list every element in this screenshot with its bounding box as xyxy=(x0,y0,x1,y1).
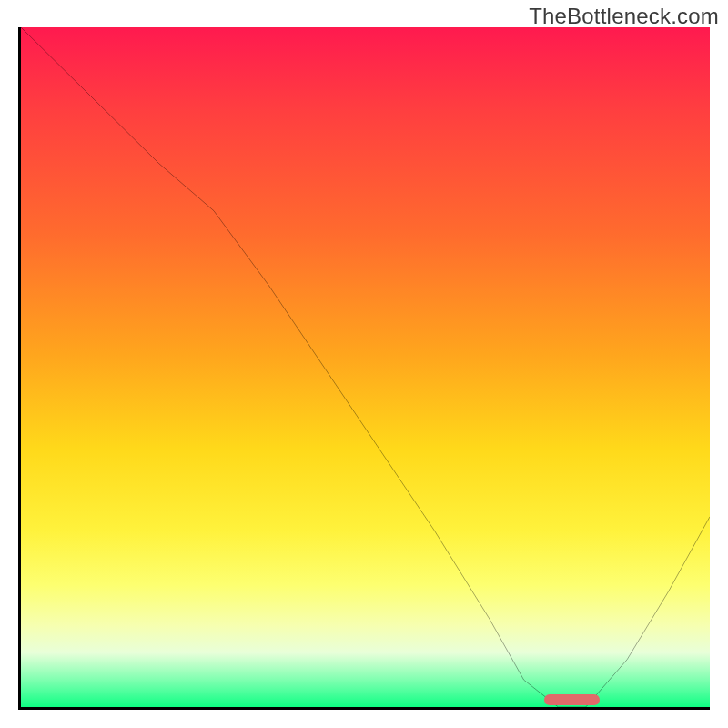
plot-area xyxy=(18,27,710,710)
watermark-text: TheBottleneck.com xyxy=(529,4,719,29)
optimal-range-marker xyxy=(544,694,600,705)
bottleneck-curve xyxy=(21,27,710,707)
chart-container: TheBottleneck.com xyxy=(0,0,728,728)
